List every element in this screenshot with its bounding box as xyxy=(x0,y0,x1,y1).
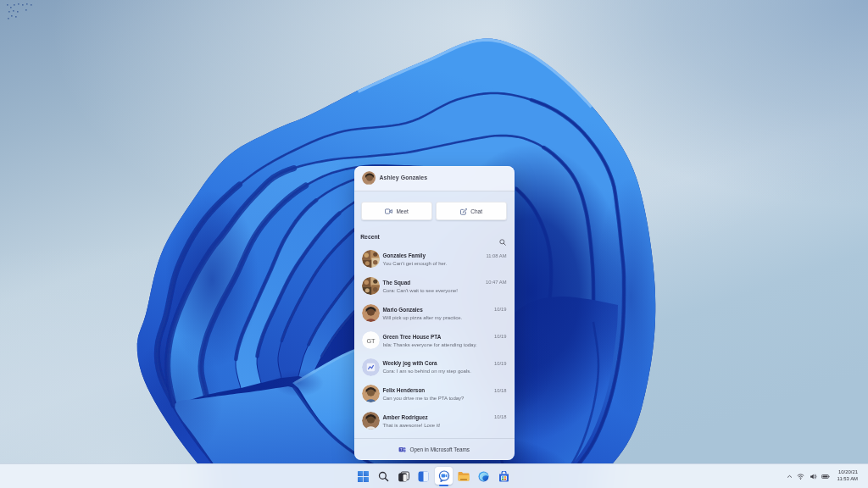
svg-text:T: T xyxy=(400,447,403,452)
svg-text:GT: GT xyxy=(366,337,376,345)
